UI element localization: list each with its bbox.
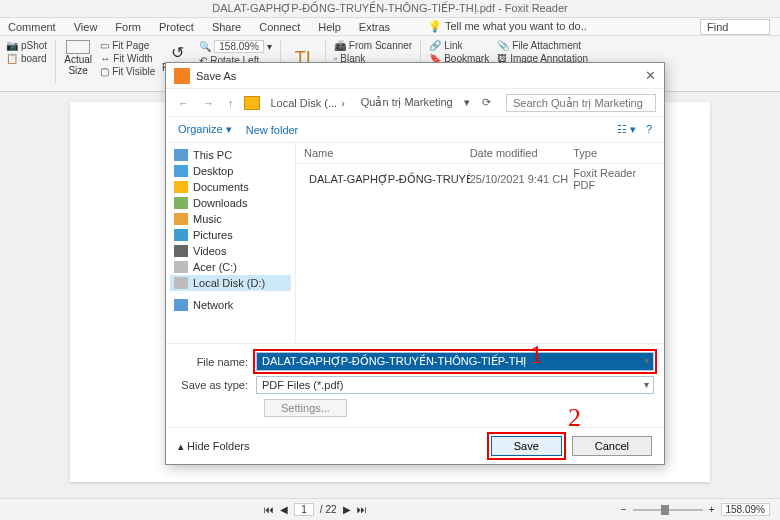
- cancel-button[interactable]: Cancel: [572, 436, 652, 456]
- file-list-header[interactable]: Name Date modified Type: [296, 143, 664, 164]
- prev-page-icon[interactable]: ◀: [280, 504, 288, 515]
- tree-documents[interactable]: Documents: [170, 179, 291, 195]
- filename-input[interactable]: DALAT-GAPHỢP-ĐỒNG-TRUYỀN-THÔNG-TIẾP-THỊ: [256, 352, 654, 371]
- tree-acer-c[interactable]: Acer (C:): [170, 259, 291, 275]
- search-input[interactable]: [506, 94, 656, 112]
- refresh-icon[interactable]: ⟳: [482, 96, 491, 109]
- menu-view[interactable]: View: [74, 21, 98, 33]
- status-bar: ⏮ ◀ 1 / 22 ▶ ⏭ − + 158.09%: [0, 498, 780, 520]
- tree-downloads[interactable]: Downloads: [170, 195, 291, 211]
- last-page-icon[interactable]: ⏭: [357, 504, 367, 515]
- col-type[interactable]: Type: [573, 147, 656, 159]
- zoom-slider[interactable]: [633, 509, 703, 511]
- file-list[interactable]: Name Date modified Type DALAT-GAPHỢP-ĐỒN…: [296, 143, 664, 343]
- app-titlebar: DALAT-GAPHỢP-ĐỒNG-TRUYỀN-THÔNG-TIẾP-THỊ.…: [0, 0, 780, 18]
- actual-size-button[interactable]: ActualSize: [64, 40, 92, 76]
- link-button[interactable]: 🔗 Link: [429, 40, 489, 51]
- dialog-titlebar: Save As ✕: [166, 63, 664, 89]
- first-page-icon[interactable]: ⏮: [264, 504, 274, 515]
- fit-visible-button[interactable]: ▢ Fit Visible: [100, 66, 155, 77]
- menu-protect[interactable]: Protect: [159, 21, 194, 33]
- file-attachment-button[interactable]: 📎 File Attachment: [497, 40, 588, 51]
- nav-back-icon[interactable]: ←: [174, 97, 193, 109]
- save-type-combo[interactable]: PDF Files (*.pdf): [256, 376, 654, 394]
- folder-tree[interactable]: This PC Desktop Documents Downloads Musi…: [166, 143, 296, 343]
- next-page-icon[interactable]: ▶: [343, 504, 351, 515]
- snapshot-button[interactable]: 📷 pShot: [6, 40, 47, 51]
- annotation-1: 1: [530, 340, 543, 370]
- breadcrumb-dropdown-icon[interactable]: ▾: [464, 96, 470, 109]
- view-mode-icon[interactable]: ☷ ▾: [617, 123, 636, 136]
- page-navigator[interactable]: ⏮ ◀ 1 / 22 ▶ ⏭: [264, 503, 366, 516]
- foxit-icon: [174, 68, 190, 84]
- col-name[interactable]: Name: [304, 147, 470, 159]
- tell-me-search[interactable]: 💡 Tell me what you want to do..: [428, 20, 587, 33]
- settings-button[interactable]: Settings...: [264, 399, 347, 417]
- fit-page-button[interactable]: ▭ Fit Page: [100, 40, 155, 51]
- page-total: / 22: [320, 504, 337, 515]
- tree-pictures[interactable]: Pictures: [170, 227, 291, 243]
- page-number-input[interactable]: 1: [294, 503, 314, 516]
- new-folder-button[interactable]: New folder: [246, 124, 299, 136]
- menu-form[interactable]: Form: [115, 21, 141, 33]
- menu-help[interactable]: Help: [318, 21, 341, 33]
- dialog-nav: ← → ↑ Local Disk (... › Quản trị Marketi…: [166, 89, 664, 117]
- breadcrumb-disk[interactable]: Local Disk (... ›: [266, 96, 350, 110]
- save-button[interactable]: Save: [491, 436, 562, 456]
- filename-label: File name:: [176, 356, 256, 368]
- clipboard-button[interactable]: 📋 board: [6, 53, 47, 64]
- menu-connect[interactable]: Connect: [259, 21, 300, 33]
- find-input[interactable]: Find: [700, 19, 770, 35]
- zoom-out-icon[interactable]: −: [621, 504, 627, 515]
- save-type-label: Save as type:: [176, 379, 256, 391]
- dialog-title: Save As: [196, 70, 236, 82]
- zoom-value[interactable]: 158.09%: [721, 503, 770, 516]
- menu-extras[interactable]: Extras: [359, 21, 390, 33]
- folder-icon: [244, 96, 260, 110]
- zoom-combo[interactable]: 🔍 158.09% ▾: [199, 40, 271, 53]
- tree-desktop[interactable]: Desktop: [170, 163, 291, 179]
- hide-folders-toggle[interactable]: ▴ Hide Folders: [178, 440, 249, 453]
- tree-this-pc[interactable]: This PC: [170, 147, 291, 163]
- menu-bar: Comment View Form Protect Share Connect …: [0, 18, 780, 36]
- dialog-toolbar: Organize ▾ New folder ☷ ▾ ?: [166, 117, 664, 143]
- tree-network[interactable]: Network: [170, 297, 291, 313]
- tree-local-disk-d[interactable]: Local Disk (D:): [170, 275, 291, 291]
- from-scanner-button[interactable]: 📠 From Scanner: [334, 40, 412, 51]
- nav-up-icon[interactable]: ↑: [224, 97, 238, 109]
- help-icon[interactable]: ?: [646, 123, 652, 136]
- col-date[interactable]: Date modified: [470, 147, 574, 159]
- fit-width-button[interactable]: ↔ Fit Width: [100, 53, 155, 64]
- close-icon[interactable]: ✕: [645, 68, 656, 83]
- menu-comment[interactable]: Comment: [8, 21, 56, 33]
- breadcrumb-folder[interactable]: Quản trị Marketing: [356, 95, 458, 110]
- menu-share[interactable]: Share: [212, 21, 241, 33]
- save-as-dialog: Save As ✕ ← → ↑ Local Disk (... › Quản t…: [165, 62, 665, 465]
- nav-fwd-icon[interactable]: →: [199, 97, 218, 109]
- tree-music[interactable]: Music: [170, 211, 291, 227]
- annotation-2: 2: [568, 403, 581, 433]
- organize-menu[interactable]: Organize ▾: [178, 123, 232, 136]
- tree-videos[interactable]: Videos: [170, 243, 291, 259]
- zoom-in-icon[interactable]: +: [709, 504, 715, 515]
- file-row[interactable]: DALAT-GAPHỢP-ĐỒNG-TRUYỀN-THÔN... 25/10/2…: [296, 164, 664, 194]
